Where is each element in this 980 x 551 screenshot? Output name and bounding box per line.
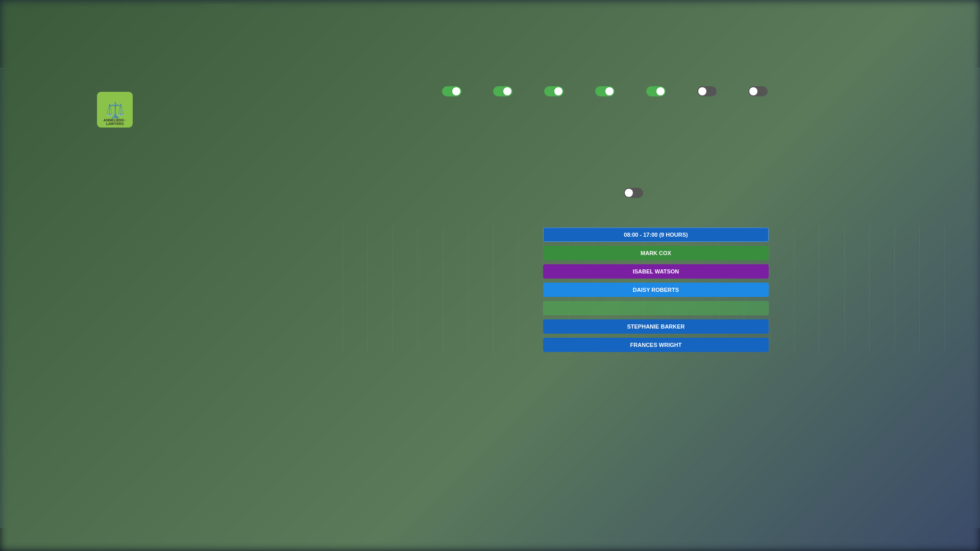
computer-cells-5: STEPHANIE BARKER bbox=[342, 317, 969, 335]
stephanie-barker-block[interactable]: STEPHANIE BARKER bbox=[543, 319, 769, 334]
computer-cells-2: ISABEL WATSON bbox=[342, 262, 969, 280]
wednesday-toggle[interactable] bbox=[544, 86, 564, 96]
computer-row-stephanie-barker: 💻 COMPUTER bbox=[240, 317, 969, 336]
mark-cox-block[interactable]: MARK COX bbox=[543, 246, 769, 260]
opening-hours-cells: 08:00 - 17:00 (9 HOURS) bbox=[342, 226, 969, 243]
shared-toggle[interactable] bbox=[624, 188, 643, 198]
computer-row-empty: 💻 COMPUTER bbox=[240, 299, 969, 317]
computer-cells-4 bbox=[342, 299, 969, 317]
friday-toggle[interactable] bbox=[646, 86, 666, 96]
opening-hours-row: 🛒 OPENING HOURS + bbox=[240, 226, 969, 244]
computer-row-mark-cox: 💻 COMPUTER bbox=[240, 244, 969, 262]
computer-cells-6: FRANCES WRIGHT bbox=[342, 336, 969, 354]
business-logo: ⚖️ ANNELIENS · LAWYERS bbox=[97, 92, 133, 128]
daisy-roberts-block[interactable]: DAISY ROBERTS bbox=[543, 283, 769, 297]
sunday-toggle[interactable] bbox=[748, 86, 768, 96]
monday-toggle[interactable] bbox=[442, 86, 461, 96]
isabel-watson-block[interactable]: ISABEL WATSON bbox=[543, 264, 769, 279]
computer-cells-1: MARK COX bbox=[342, 244, 969, 262]
frances-wright-block[interactable]: FRANCES WRIGHT bbox=[543, 338, 769, 352]
logo-label: ANNELIENS · LAWYERS bbox=[97, 118, 133, 126]
computer-row-isabel-watson: 💻 COMPUTER bbox=[240, 262, 969, 281]
thursday-toggle[interactable] bbox=[595, 86, 615, 96]
tuesday-toggle[interactable] bbox=[493, 86, 512, 96]
computer-row-daisy-roberts: 💻 COMPUTER bbox=[240, 281, 969, 299]
computer-row-frances-wright: 💻 COMPUTER bbox=[240, 336, 969, 354]
computer-cells-3: DAISY ROBERTS bbox=[342, 281, 969, 298]
saturday-toggle[interactable] bbox=[697, 86, 717, 96]
empty-block[interactable] bbox=[543, 301, 769, 315]
opening-hours-block[interactable]: 08:00 - 17:00 (9 HOURS) bbox=[543, 228, 769, 242]
